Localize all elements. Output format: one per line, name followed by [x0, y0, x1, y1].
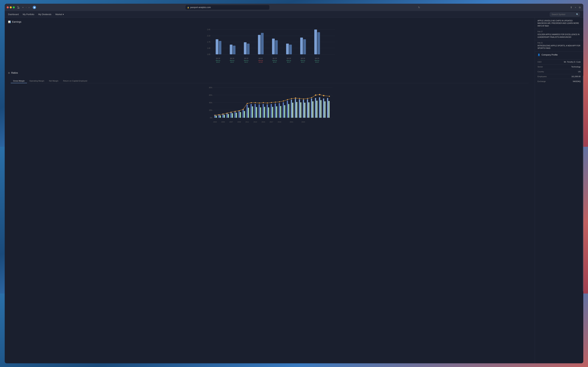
svg-rect-61	[216, 116, 217, 118]
traffic-lights	[7, 6, 15, 8]
svg-rect-11	[219, 41, 221, 54]
tab-roce[interactable]: Return on Capital Employed	[61, 79, 90, 83]
tab-operating-margin[interactable]: Operating Margin	[27, 79, 47, 83]
minimize-button[interactable]	[10, 6, 12, 8]
svg-text:40%: 40%	[209, 102, 212, 104]
browser-titlebar: ▾ ‹ › ◉ 🔒 passport-analytics.com ↻ ⬆ + ⧉	[5, 4, 235, 11]
earnings-chart: 2.45 2.10 1.75 1.40 1.05 Q1 22 Beat by $…	[11, 28, 235, 65]
svg-rect-16	[233, 46, 235, 54]
svg-text:2003: 2003	[213, 121, 217, 123]
svg-text:Q1 22: Q1 22	[216, 58, 220, 59]
maximize-button[interactable]	[13, 6, 15, 8]
chevron-down-icon: ▾	[63, 13, 64, 16]
main-content: 📊 Earnings 2.45 2.10 1.75 1.40 1.05	[5, 18, 235, 147]
svg-text:Beat by: Beat by	[230, 60, 234, 61]
svg-text:$0.04: $0.04	[231, 61, 234, 63]
ratios-chart: 80% 60% 40% 20% 0%	[11, 86, 235, 131]
nav-dividends[interactable]: My Dividends	[38, 12, 51, 16]
earnings-chart-container: 2.45 2.10 1.75 1.40 1.05 Q1 22 Beat by $…	[8, 25, 235, 68]
svg-text:$0.09: $0.09	[216, 61, 220, 63]
sidebar-toggle[interactable]	[17, 6, 20, 8]
svg-point-122	[231, 112, 232, 113]
app-nav: Dashboard My Portfolio My Dividends Mark…	[5, 11, 235, 18]
ratios-section-title: ⊞ Ratios	[8, 71, 235, 74]
close-button[interactable]	[7, 6, 9, 8]
svg-text:1.40: 1.40	[207, 47, 210, 49]
url-text: passport-analytics.com	[190, 6, 211, 8]
svg-text:2007: 2007	[229, 121, 233, 123]
tab-net-margin[interactable]: Net Margin	[47, 79, 61, 83]
left-panel: 📊 Earnings 2.45 2.10 1.75 1.40 1.05	[5, 18, 235, 147]
svg-rect-15	[230, 45, 232, 54]
svg-text:0%: 0%	[210, 117, 213, 119]
svg-text:Q2 22: Q2 22	[230, 58, 234, 59]
forward-button[interactable]: ›	[28, 6, 30, 9]
url-bar[interactable]: 🔒 passport-analytics.com	[185, 5, 235, 10]
svg-rect-69	[232, 113, 233, 118]
ratios-chart-container: Gross Margin Operating Margin Net Margin…	[8, 76, 235, 134]
ratios-icon: ⊞	[8, 72, 10, 74]
svg-text:1.05: 1.05	[207, 53, 210, 55]
svg-text:20%: 20%	[209, 109, 212, 111]
svg-text:Beat by: Beat by	[216, 60, 220, 61]
earnings-section-title: 📊 Earnings	[8, 20, 235, 23]
svg-text:80%: 80%	[209, 87, 212, 89]
browser-window: ▾ ‹ › ◉ 🔒 passport-analytics.com ↻ ⬆ + ⧉…	[5, 4, 235, 147]
svg-text:60%: 60%	[209, 94, 212, 96]
back-button[interactable]: ‹	[25, 6, 27, 9]
earnings-icon: 📊	[8, 21, 11, 23]
nav-portfolio[interactable]: My Portfolio	[23, 12, 34, 16]
svg-rect-68	[231, 112, 232, 118]
svg-rect-65	[224, 115, 225, 118]
nav-arrows: ‹ ›	[25, 6, 30, 9]
svg-rect-10	[216, 39, 218, 54]
tab-gross-margin[interactable]: Gross Margin	[11, 79, 27, 83]
svg-text:1.75: 1.75	[207, 41, 210, 43]
svg-rect-63	[220, 115, 221, 118]
svg-rect-67	[228, 114, 229, 118]
svg-text:2005: 2005	[221, 121, 225, 123]
svg-text:2.10: 2.10	[207, 35, 210, 37]
svg-rect-66	[226, 113, 228, 118]
nav-dashboard[interactable]: Dashboard	[8, 12, 19, 16]
svg-point-121	[227, 113, 228, 114]
svg-text:2.45: 2.45	[207, 29, 210, 31]
browser-logo: ◉	[33, 6, 36, 9]
svg-point-118	[215, 115, 215, 116]
svg-rect-70	[234, 112, 235, 118]
ratios-tabs: Gross Margin Operating Margin Net Margin…	[11, 79, 235, 83]
nav-market[interactable]: Market ▾	[55, 12, 64, 16]
svg-point-120	[223, 114, 224, 115]
svg-point-119	[219, 114, 220, 115]
lock-icon: 🔒	[187, 7, 189, 8]
